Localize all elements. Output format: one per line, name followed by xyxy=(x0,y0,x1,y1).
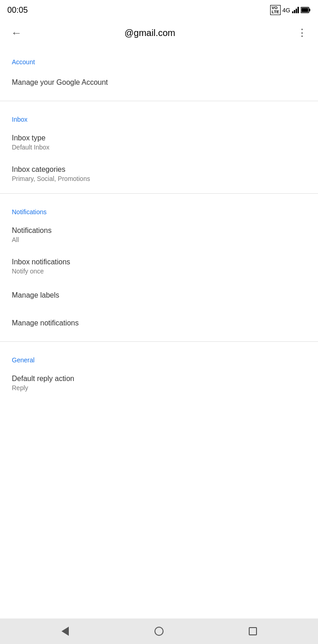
app-bar-right: ⋮ xyxy=(292,24,311,42)
battery-icon xyxy=(301,7,311,13)
manage-notifications-title: Manage notifications xyxy=(12,319,306,327)
account-section-header: Account xyxy=(0,47,318,69)
back-arrow-icon: ← xyxy=(11,26,22,39)
more-dots-icon: ⋮ xyxy=(297,28,306,38)
general-section: General Default reply action Reply xyxy=(0,345,318,399)
default-reply-action-title: Default reply action xyxy=(12,375,306,383)
notifications-subtitle: All xyxy=(12,236,306,243)
nav-bar xyxy=(0,618,318,644)
inbox-notifications-item[interactable]: Inbox notifications Notify once xyxy=(0,251,318,282)
manage-notifications-item[interactable]: Manage notifications xyxy=(0,310,318,338)
manage-google-account-title: Manage your Google Account xyxy=(12,78,306,87)
status-icons: VOLTE 4G xyxy=(270,5,311,15)
manage-google-account-item[interactable]: Manage your Google Account xyxy=(0,69,318,97)
general-section-header: General xyxy=(0,345,318,367)
inbox-notifications-subtitle: Notify once xyxy=(12,268,306,275)
inbox-section-header: Inbox xyxy=(0,105,318,127)
divider-inbox-notifications xyxy=(0,193,318,194)
status-time: 00:05 xyxy=(7,5,28,15)
inbox-categories-title: Inbox categories xyxy=(12,165,306,174)
svg-rect-1 xyxy=(309,9,311,11)
volte-icon: VOLTE xyxy=(270,5,280,15)
inbox-categories-subtitle: Primary, Social, Promotions xyxy=(12,175,306,182)
settings-content: Account Manage your Google Account Inbox… xyxy=(0,47,318,618)
svg-rect-2 xyxy=(302,8,308,12)
notifications-section: Notifications Notifications All Inbox no… xyxy=(0,197,318,338)
default-reply-action-subtitle: Reply xyxy=(12,384,306,392)
status-bar: 00:05 VOLTE 4G xyxy=(0,0,318,18)
nav-recent-button[interactable] xyxy=(244,622,262,640)
nav-home-icon xyxy=(154,627,164,636)
nav-home-button[interactable] xyxy=(150,622,168,640)
default-reply-action-item[interactable]: Default reply action Reply xyxy=(0,367,318,399)
nav-back-button[interactable] xyxy=(56,622,74,640)
more-menu-button[interactable]: ⋮ xyxy=(292,24,311,42)
notifications-item[interactable]: Notifications All xyxy=(0,219,318,251)
inbox-type-item[interactable]: Inbox type Default Inbox xyxy=(0,127,318,158)
manage-labels-item[interactable]: Manage labels xyxy=(0,282,318,310)
divider-notifications-general xyxy=(0,341,318,342)
notifications-section-header: Notifications xyxy=(0,197,318,219)
back-button[interactable]: ← xyxy=(7,24,26,42)
inbox-type-title: Inbox type xyxy=(12,134,306,142)
app-bar: ← @gmail.com ⋮ xyxy=(0,18,318,47)
signal-icon xyxy=(292,7,299,13)
inbox-section: Inbox Inbox type Default Inbox Inbox cat… xyxy=(0,105,318,190)
inbox-categories-item[interactable]: Inbox categories Primary, Social, Promot… xyxy=(0,158,318,190)
inbox-type-subtitle: Default Inbox xyxy=(12,144,306,151)
inbox-notifications-title: Inbox notifications xyxy=(12,258,306,266)
account-section: Account Manage your Google Account xyxy=(0,47,318,97)
manage-labels-title: Manage labels xyxy=(12,291,306,299)
app-bar-title: @gmail.com xyxy=(26,28,274,38)
nav-recent-icon xyxy=(249,627,257,635)
network-icon: 4G xyxy=(282,7,290,14)
nav-back-icon xyxy=(62,627,69,636)
divider-account-inbox xyxy=(0,101,318,101)
notifications-title: Notifications xyxy=(12,227,306,235)
